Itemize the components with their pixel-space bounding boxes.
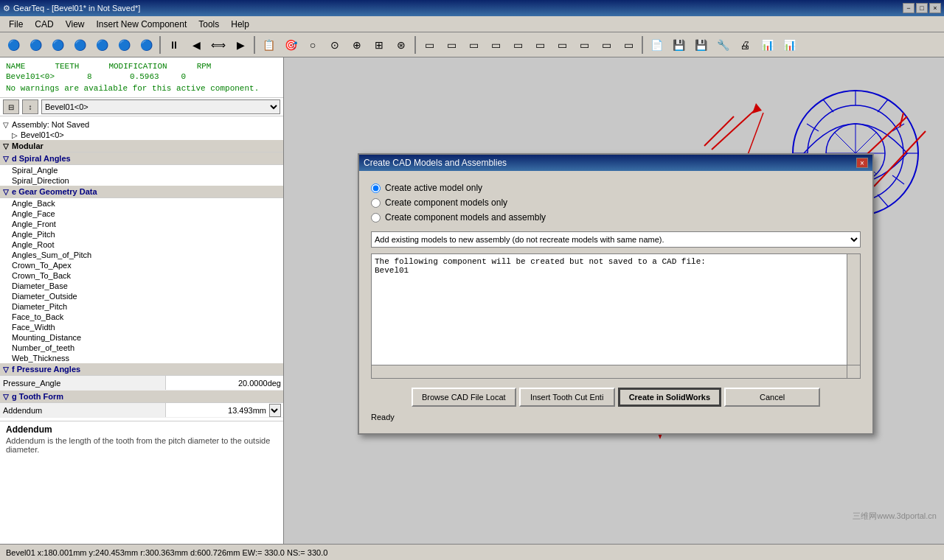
tree-spiral-direction[interactable]: Spiral_Direction [0, 175, 284, 186]
cancel-button[interactable]: Cancel [724, 388, 820, 407]
tree-gear-item-1[interactable]: Angle_Face [0, 209, 284, 219]
menu-tools[interactable]: Tools [192, 18, 225, 31]
modal-assembly-dropdown[interactable]: Add existing models to new assembly (do … [371, 231, 861, 248]
watermark: 三维网www.3dportal.cn [853, 511, 937, 522]
toolbar-btn-30[interactable]: 💾 [668, 35, 689, 55]
browse-cad-button[interactable]: Browse CAD File Locat [412, 388, 516, 407]
toolbar-btn-4[interactable]: 🔵 [69, 35, 90, 55]
tree-gear-item-11[interactable]: Face_to_Back [0, 312, 284, 322]
modal-scrollbar-horizontal[interactable] [372, 365, 847, 378]
addendum-label[interactable]: Addendum [0, 403, 166, 417]
toolbar-btn-17[interactable]: ⊞ [369, 35, 389, 55]
section-f-pressure[interactable]: ▽ f Pressure Angles [0, 363, 284, 376]
tree-assembly[interactable]: ▽ Assembly: Not Saved [0, 119, 284, 130]
tooltip-title: Addendum [6, 424, 277, 435]
toolbar-btn-15[interactable]: ⊙ [324, 35, 345, 55]
svg-marker-24 [752, 103, 762, 113]
tree-gear-item-7[interactable]: Crown_To_Back [0, 270, 284, 281]
toolbar-btn-1[interactable]: 🔵 [3, 35, 24, 55]
app-icon: ⚙ [3, 4, 10, 13]
toolbar-btn-20[interactable]: ▭ [441, 35, 462, 55]
toolbar-btn-5[interactable]: 🔵 [91, 35, 112, 55]
radio-label-2: Create component models only [385, 197, 507, 208]
tree-gear-item-14[interactable]: Number_of_teeth [0, 343, 284, 353]
toolbar-btn-22[interactable]: ▭ [485, 35, 506, 55]
toolbar-btn-8[interactable]: ⏸ [164, 35, 184, 55]
tree-combo[interactable]: Bevel01<0> [41, 99, 280, 114]
toolbar-btn-12[interactable]: 📋 [258, 35, 279, 55]
menu-cad[interactable]: CAD [29, 18, 59, 31]
col-rpm: RPM [197, 62, 212, 71]
tree-icon-btn-2[interactable]: ↕ [22, 99, 38, 114]
toolbar-btn-29[interactable]: 📄 [646, 35, 667, 55]
tree-gear-item-15[interactable]: Web_Thickness [0, 353, 284, 363]
modal-scrollbar-vertical[interactable] [847, 254, 860, 365]
section-d-spiral-angles[interactable]: ▽ d Spiral Angles [0, 153, 284, 165]
tree-gear-item-12[interactable]: Face_Width [0, 322, 284, 332]
toolbar-btn-19[interactable]: ▭ [419, 35, 440, 55]
tree-gear-item-0[interactable]: Angle_Back [0, 198, 284, 209]
toolbar-btn-2[interactable]: 🔵 [25, 35, 46, 55]
radio-input-3[interactable] [371, 213, 381, 223]
menu-file[interactable]: File [3, 18, 29, 31]
maximize-button[interactable]: □ [916, 3, 928, 13]
toolbar-sep-1 [159, 36, 161, 54]
tree-spiral-angle[interactable]: Spiral_Angle [0, 165, 284, 175]
radio-item-2[interactable]: Create component models only [371, 197, 861, 208]
tree-gear-item-2[interactable]: Angle_Front [0, 219, 284, 229]
toolbar-btn-23[interactable]: ▭ [507, 35, 528, 55]
close-button[interactable]: × [929, 3, 941, 13]
toolbar-btn-6[interactable]: 🔵 [114, 35, 134, 55]
toolbar-btn-28[interactable]: ▭ [618, 35, 639, 55]
menu-insert-new-component[interactable]: Insert New Component [90, 18, 192, 31]
menu-help[interactable]: Help [225, 18, 255, 31]
modal-close-button[interactable]: × [856, 158, 868, 168]
section-g-tooth-form[interactable]: ▽ g Tooth Form [0, 391, 284, 403]
toolbar-btn-7[interactable]: 🔵 [136, 35, 156, 55]
toolbar-btn-11[interactable]: ▶ [230, 35, 251, 55]
toolbar-btn-27[interactable]: ▭ [596, 35, 617, 55]
toolbar-btn-16[interactable]: ⊕ [347, 35, 367, 55]
toolbar-btn-3[interactable]: 🔵 [47, 35, 68, 55]
radio-item-1[interactable]: Create active model only [371, 183, 861, 193]
toolbar-btn-18[interactable]: ⊛ [391, 35, 412, 55]
pressure-angle-label[interactable]: Pressure_Angle [0, 376, 166, 390]
tree-gear-item-8[interactable]: Diameter_Base [0, 281, 284, 291]
toolbar-btn-33[interactable]: 🖨 [735, 35, 755, 55]
section-modular[interactable]: ▽ Modular [0, 140, 284, 153]
modal-textarea[interactable] [372, 254, 847, 378]
toolbar-btn-26[interactable]: ▭ [574, 35, 594, 55]
toolbar-btn-32[interactable]: 🔧 [712, 35, 733, 55]
radio-label-1: Create active model only [385, 183, 482, 193]
create-solidworks-button[interactable]: Create in SolidWorks [618, 388, 721, 407]
tree-gear-item-5[interactable]: Angles_Sum_of_Pitch [0, 250, 284, 260]
tree-gear-item-9[interactable]: Diameter_Outside [0, 291, 284, 301]
toolbar-btn-34[interactable]: 📊 [757, 35, 777, 55]
toolbar-btn-31[interactable]: 💾 [690, 35, 711, 55]
toolbar-btn-21[interactable]: ▭ [463, 35, 484, 55]
toolbar-btn-25[interactable]: ▭ [552, 35, 572, 55]
toolbar-btn-9[interactable]: ◀ [186, 35, 206, 55]
tree-gear-item-3[interactable]: Angle_Pitch [0, 229, 284, 239]
menu-view[interactable]: View [60, 18, 91, 31]
radio-item-3[interactable]: Create component models and assembly [371, 212, 861, 223]
tree-component[interactable]: ▷ Bevel01<0> [0, 130, 284, 140]
toolbar-btn-13[interactable]: 🎯 [280, 35, 301, 55]
toolbar-btn-14[interactable]: ○ [302, 35, 323, 55]
minimize-button[interactable]: − [903, 3, 914, 13]
toolbar-btn-35[interactable]: 📊 [779, 35, 799, 55]
tree-gear-item-13[interactable]: Mounting_Distance [0, 332, 284, 343]
expand-icon: ▽ [3, 121, 9, 129]
radio-input-2[interactable] [371, 198, 381, 208]
toolbar-btn-24[interactable]: ▭ [530, 35, 550, 55]
insert-tooth-cut-button[interactable]: Insert Tooth Cut Enti [519, 388, 615, 407]
tree-gear-item-10[interactable]: Diameter_Pitch [0, 301, 284, 312]
info-header: NAME TEETH MODIFICATION RPM [6, 62, 277, 71]
section-e-gear-geometry[interactable]: ▽ e Gear Geometry Data [0, 186, 284, 198]
radio-input-1[interactable] [371, 183, 381, 193]
toolbar-btn-10[interactable]: ⟺ [208, 35, 229, 55]
tree-icon-btn-1[interactable]: ⊟ [3, 99, 19, 114]
tree-gear-item-6[interactable]: Crown_To_Apex [0, 260, 284, 270]
tree-gear-item-4[interactable]: Angle_Root [0, 239, 284, 250]
addendum-dropdown[interactable]: ▼ [269, 404, 281, 417]
